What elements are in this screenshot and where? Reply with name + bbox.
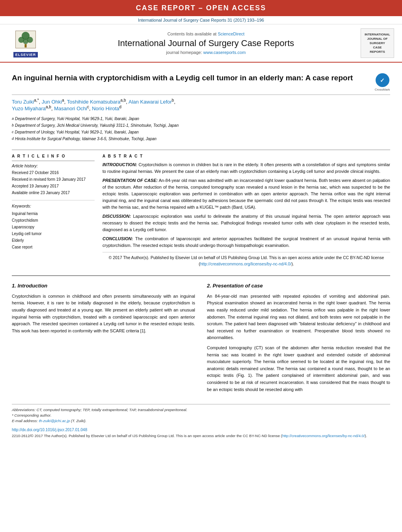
- journal-header-center: Contents lists available at ScienceDirec…: [51, 32, 361, 55]
- keyword-case-report: Case report: [12, 244, 95, 250]
- doi-line: http://dx.doi.org/10.1016/j.ijscr.2017.0…: [12, 428, 390, 432]
- intro-title: Introduction: [17, 283, 47, 289]
- journal-header: ELSEVIER Contents lists available at Sci…: [0, 24, 402, 63]
- homepage-label: journal homepage:: [166, 50, 202, 55]
- author-toshihide[interactable]: Toshihide Komatsubara: [67, 99, 121, 105]
- article-info-column: A R T I C L E I N F O Article history: R…: [12, 154, 95, 267]
- top-banner: CASE REPORT – OPEN ACCESS: [0, 0, 402, 16]
- email-label: E-mail address:: [12, 419, 38, 423]
- journal-logo-text: INTERNATIONALJOURNAL OFSURGERYCASEREPORT…: [365, 32, 390, 54]
- affiliation-c: c Department of Urology, Yuki Hospital, …: [12, 129, 390, 135]
- sciencedirect-link[interactable]: ScienceDirect: [218, 32, 244, 36]
- article-dates: Received 27 October 2016 Received in rev…: [12, 169, 95, 196]
- keyword-laparoscopy: Laparoscopy: [12, 224, 95, 230]
- crossmark-logo: ✓ CrossMark: [374, 73, 390, 91]
- date-available: Available online 23 January 2017: [12, 189, 95, 196]
- keywords-title: Keywords:: [12, 204, 95, 208]
- journal-info-bar: International Journal of Surgery Case Re…: [0, 16, 402, 24]
- doi-link[interactable]: http://dx.doi.org/10.1016/j.ijscr.2017.0…: [12, 428, 87, 432]
- date-accepted: Accepted 19 January 2017: [12, 183, 95, 189]
- body-left-column: 1. Introduction Cryptorchidism is common…: [12, 282, 195, 396]
- footer-copyright: 2210-2612/© 2017 The Author(s). Publishe…: [12, 433, 390, 439]
- crossmark-icon: ✓: [376, 73, 389, 87]
- abstract-conclusion: CONCLUSION: The combination of laparosco…: [102, 235, 390, 249]
- footer-section: Abbreviations: CT, computed tomography; …: [12, 404, 390, 439]
- abstract-copyright: © 2017 The Author(s). Published by Elsev…: [102, 252, 390, 267]
- abstract-introduction: INTRODUCTION: Cryptorchidism is common i…: [102, 161, 390, 175]
- abstract-discussion: DISCUSSION: Laparoscopic exploration was…: [102, 213, 390, 233]
- date-received: Received 27 October 2016: [12, 169, 95, 176]
- contents-line: Contents lists available at ScienceDirec…: [51, 32, 361, 36]
- authors-section: Toru Zuikia,*, Jun Ohkia, Toshihide Koma…: [12, 95, 390, 113]
- affiliation-c-text: Department of Urology, Yuki Hospital, Yu…: [15, 129, 139, 135]
- abstract-title: A B S T R A C T: [102, 154, 390, 158]
- copyright-text: © 2017 The Author(s). Published by Elsev…: [109, 255, 384, 266]
- abstract-discussion-text: Laparoscopic exploration was useful to d…: [102, 214, 390, 232]
- presentation-number: 2.: [207, 283, 211, 289]
- main-content: An inguinal hernia with cryptorchidism w…: [0, 63, 402, 445]
- affiliation-b: b Department of Surgery, Jichi Medical U…: [12, 122, 390, 129]
- keywords-section: Keywords: Inguinal hernia Cryptorchidism…: [12, 200, 95, 250]
- svg-rect-1: [24, 44, 26, 47]
- banner-text: CASE REPORT – OPEN ACCESS: [136, 4, 266, 12]
- article-history-title: Article history:: [12, 163, 95, 168]
- presentation-paragraph-2: Computed tomography (CT) scan of the abd…: [207, 345, 390, 393]
- presentation-title: Presentation of case: [212, 283, 262, 289]
- affiliations: a Department of Surgery, Yuki Hospital, …: [12, 113, 390, 145]
- contents-label: Contents lists available at: [168, 32, 217, 36]
- body-content: 1. Introduction Cryptorchidism is common…: [12, 275, 390, 396]
- email-link[interactable]: th-zuiki@jichi.ac.jp: [39, 419, 70, 423]
- journal-title-header: International Journal of Surgery Case Re…: [51, 38, 361, 48]
- author-jun[interactable]: Jun Ohki: [42, 99, 62, 105]
- affiliation-a: a Department of Surgery, Yuki Hospital, …: [12, 116, 390, 122]
- keyword-elderly: Elderly: [12, 237, 95, 244]
- abstract-intro-text: Cryptorchidism is common in children but…: [102, 162, 390, 174]
- affiliation-a-text: Department of Surgery, Yuki Hospital, Yu…: [15, 116, 139, 122]
- abstract-conclusion-title: CONCLUSION:: [102, 236, 133, 241]
- author-alan[interactable]: Alan Kawarai Lefor: [128, 99, 172, 105]
- two-column-layout: A R T I C L E I N F O Article history: R…: [12, 150, 390, 267]
- article-title: An inguinal hernia with cryptorchidism w…: [12, 73, 368, 83]
- abstract-conclusion-text: The combination of laparoscopic and ante…: [102, 236, 390, 248]
- abstract-presentation: PRESENTATION OF CASE: An-84-year old man…: [102, 177, 390, 211]
- elsevier-tree-icon: [12, 29, 39, 51]
- affiliation-d: d Hirota Institute for Surgical Patholog…: [12, 136, 390, 142]
- abstract-column: A B S T R A C T INTRODUCTION: Cryptorchi…: [102, 154, 390, 267]
- crossmark-label: CrossMark: [375, 88, 390, 91]
- author-norio[interactable]: Norio Hirota: [92, 106, 119, 112]
- email-name: (T. Zuiki).: [71, 419, 86, 423]
- elsevier-logo: ELSEVIER: [8, 29, 43, 57]
- abstract-discussion-title: DISCUSSION:: [102, 214, 131, 219]
- keyword-inguinal: Inguinal hernia: [12, 210, 95, 217]
- cc-link[interactable]: http://creativecommons.org/licenses/by-n…: [200, 261, 292, 266]
- intro-number: 1.: [12, 283, 16, 289]
- affiliation-d-text: Hirota Institute for Surgical Pathology,…: [15, 136, 156, 142]
- corresponding-note: * Corresponding author.: [12, 413, 390, 417]
- author-masanori[interactable]: Masanori Ochi: [54, 106, 87, 112]
- abstract-intro-title: INTRODUCTION:: [102, 162, 137, 167]
- svg-point-5: [23, 39, 28, 44]
- article-info-title: A R T I C L E I N F O: [12, 154, 95, 158]
- date-revised: Received in revised form 19 January 2017: [12, 176, 95, 183]
- journal-homepage: journal homepage: www.casereports.com: [51, 50, 361, 55]
- intro-section-title: 1. Introduction: [12, 282, 195, 290]
- author-yuzo[interactable]: Yuzo Miyahara: [12, 106, 46, 112]
- abstract-presentation-title: PRESENTATION OF CASE:: [102, 178, 158, 183]
- homepage-url[interactable]: www.casereports.com: [203, 50, 246, 55]
- keyword-cryptorchidism: Cryptorchidism: [12, 217, 95, 224]
- journal-logo-right: INTERNATIONALJOURNAL OFSURGERYCASEREPORT…: [361, 28, 394, 58]
- footer-copyright-text: 2210-2612/© 2017 The Author(s). Publishe…: [12, 434, 367, 438]
- article-title-section: An inguinal hernia with cryptorchidism w…: [12, 69, 390, 95]
- intro-paragraph: Cryptorchidism is common in childhood an…: [12, 293, 195, 335]
- elsevier-label: ELSEVIER: [13, 52, 38, 57]
- email-note: E-mail address: th-zuiki@jichi.ac.jp (T.…: [12, 419, 390, 423]
- affiliation-b-text: Department of Surgery, Jichi Medical Uni…: [15, 122, 179, 129]
- footer-cc-link[interactable]: http://creativecommons.org/licenses/by-n…: [282, 434, 365, 438]
- body-right-column: 2. Presentation of case An 84-year-old m…: [207, 282, 390, 396]
- presentation-paragraph-1: An 84-year-old man presented with repeat…: [207, 293, 390, 341]
- author-toru[interactable]: Toru Zuiki: [12, 99, 34, 105]
- keyword-leydig: Leydig cell tumor: [12, 230, 95, 237]
- journal-info-text: International Journal of Surgery Case Re…: [138, 18, 264, 22]
- presentation-section-title: 2. Presentation of case: [207, 282, 390, 290]
- abbreviations-note: Abbreviations: CT, computed tomography; …: [12, 408, 390, 412]
